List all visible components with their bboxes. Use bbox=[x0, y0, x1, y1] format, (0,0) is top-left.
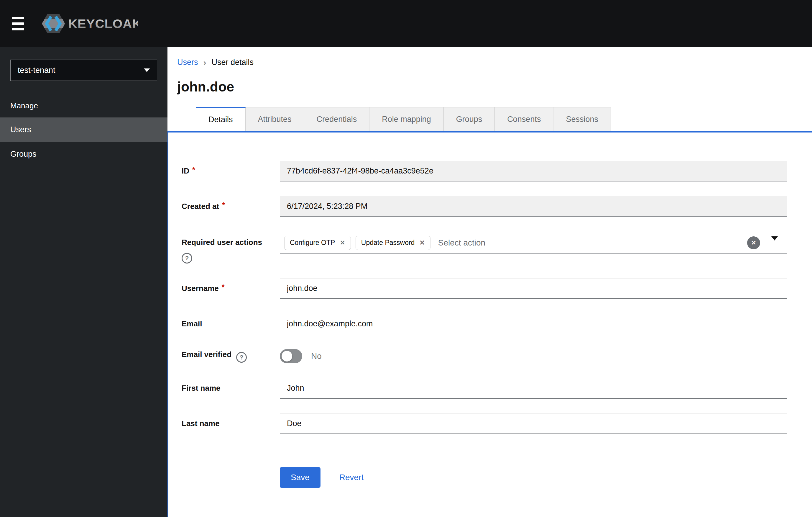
keycloak-logo: KEYCLOAK bbox=[41, 11, 138, 36]
hamburger-icon bbox=[12, 17, 24, 30]
tab-details[interactable]: Details bbox=[196, 107, 245, 131]
required-indicator: * bbox=[222, 283, 225, 291]
revert-button[interactable]: Revert bbox=[339, 473, 364, 482]
form-row-created-at: Created at* bbox=[182, 196, 787, 217]
last-name-label: Last name bbox=[182, 419, 220, 428]
first-name-input[interactable] bbox=[280, 378, 787, 399]
select-placeholder: Select action bbox=[438, 238, 485, 248]
sidebar-nav: Manage Users Groups bbox=[0, 91, 168, 166]
id-label-cell: ID* bbox=[182, 166, 280, 176]
main-content: Users › User details john.doe Details At… bbox=[168, 47, 812, 517]
chip-update-password: Update Password ✕ bbox=[355, 236, 431, 250]
id-label: ID bbox=[182, 166, 189, 175]
last-name-input[interactable] bbox=[280, 413, 787, 434]
realm-name: test-tenant bbox=[18, 66, 55, 75]
remove-configure-otp-button[interactable]: ✕ bbox=[340, 240, 345, 246]
form-row-last-name: Last name bbox=[182, 413, 787, 434]
first-name-label: First name bbox=[182, 384, 221, 392]
clear-icon: ✕ bbox=[751, 239, 756, 246]
email-label-cell: Email bbox=[182, 319, 280, 329]
tab-sessions[interactable]: Sessions bbox=[553, 107, 611, 131]
created-at-label-cell: Created at* bbox=[182, 201, 280, 212]
required-actions-select[interactable]: Configure OTP ✕ Update Password ✕ Select… bbox=[280, 232, 787, 254]
username-input[interactable] bbox=[280, 278, 787, 299]
chip-label: Configure OTP bbox=[290, 239, 335, 247]
id-input[interactable] bbox=[280, 161, 787, 182]
breadcrumb-current: User details bbox=[212, 58, 254, 67]
remove-update-password-button[interactable]: ✕ bbox=[419, 240, 425, 246]
breadcrumb-users-link[interactable]: Users bbox=[177, 58, 198, 67]
tab-consents[interactable]: Consents bbox=[495, 107, 553, 131]
required-indicator: * bbox=[192, 166, 195, 174]
tab-attributes[interactable]: Attributes bbox=[245, 107, 304, 131]
created-at-label: Created at bbox=[182, 202, 219, 211]
form-row-first-name: First name bbox=[182, 378, 787, 399]
required-actions-label-cell: Required user actions ? bbox=[182, 232, 280, 264]
last-name-label-cell: Last name bbox=[182, 419, 280, 429]
username-label-cell: Username* bbox=[182, 283, 280, 294]
form-row-email: Email bbox=[182, 314, 787, 334]
keycloak-admin-console: KEYCLOAK test-tenant Manage Users Groups… bbox=[0, 0, 812, 517]
form-row-required-actions: Required user actions ? Configure OTP ✕ … bbox=[182, 232, 787, 264]
breadcrumb: Users › User details bbox=[177, 58, 812, 67]
chevron-right-icon: › bbox=[203, 58, 206, 67]
save-button[interactable]: Save bbox=[280, 467, 320, 488]
caret-down-icon bbox=[771, 236, 778, 245]
first-name-label-cell: First name bbox=[182, 383, 280, 393]
form-row-email-verified: Email verified? No bbox=[182, 349, 787, 363]
tab-credentials[interactable]: Credentials bbox=[304, 107, 370, 131]
help-icon[interactable]: ? bbox=[236, 352, 247, 363]
page-title: john.doe bbox=[177, 79, 812, 95]
caret-down-icon bbox=[144, 69, 150, 72]
chip-configure-otp: Configure OTP ✕ bbox=[284, 236, 351, 250]
created-at-input[interactable] bbox=[280, 196, 787, 217]
realm-selector-area: test-tenant bbox=[0, 47, 168, 91]
email-label: Email bbox=[182, 319, 202, 328]
details-panel: ID* Created at* Required bbox=[168, 131, 812, 517]
masthead: KEYCLOAK bbox=[0, 0, 812, 47]
realm-selector[interactable]: test-tenant bbox=[10, 60, 157, 81]
username-label: Username bbox=[182, 284, 219, 293]
form-row-username: Username* bbox=[182, 278, 787, 299]
sidebar-item-groups[interactable]: Groups bbox=[0, 142, 168, 166]
email-input[interactable] bbox=[280, 314, 787, 334]
toggle-state-label: No bbox=[311, 351, 322, 361]
help-icon[interactable]: ? bbox=[182, 253, 192, 264]
keycloak-logo-image: KEYCLOAK bbox=[41, 11, 138, 36]
chip-label: Update Password bbox=[361, 239, 415, 247]
form-actions: Save Revert bbox=[182, 467, 787, 488]
brand-text: KEYCLOAK bbox=[68, 17, 138, 31]
clear-selections-button[interactable]: ✕ bbox=[747, 236, 760, 249]
sidebar-item-users[interactable]: Users bbox=[0, 117, 168, 142]
nav-section-manage: Manage bbox=[0, 91, 168, 117]
required-indicator: * bbox=[222, 201, 225, 209]
email-verified-toggle[interactable] bbox=[280, 349, 302, 363]
select-toggle-button[interactable] bbox=[770, 239, 780, 247]
sidebar: test-tenant Manage Users Groups bbox=[0, 47, 168, 517]
email-verified-label: Email verified bbox=[182, 350, 231, 359]
toggle-knob bbox=[282, 351, 292, 361]
tab-role-mapping[interactable]: Role mapping bbox=[370, 107, 444, 131]
tab-bar: Details Attributes Credentials Role mapp… bbox=[168, 107, 812, 131]
form-row-id: ID* bbox=[182, 161, 787, 182]
nav-toggle-button[interactable] bbox=[10, 15, 26, 32]
required-actions-label: Required user actions bbox=[182, 238, 262, 247]
email-verified-label-cell: Email verified? bbox=[182, 350, 280, 363]
tab-groups[interactable]: Groups bbox=[444, 107, 495, 131]
